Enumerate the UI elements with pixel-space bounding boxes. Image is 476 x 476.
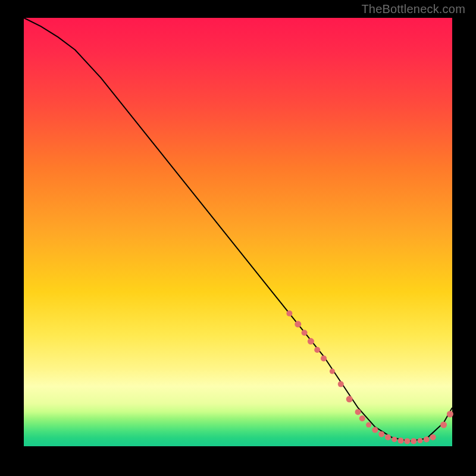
marker-dot xyxy=(330,369,335,374)
marker-dot xyxy=(447,411,453,418)
marker-dot xyxy=(338,381,344,387)
marker-dot xyxy=(372,427,378,433)
marker-layer xyxy=(286,311,453,444)
marker-dot xyxy=(430,434,436,440)
marker-dot xyxy=(359,415,365,421)
plot-svg xyxy=(24,18,452,446)
attribution-label: TheBottleneck.com xyxy=(361,2,465,16)
marker-dot xyxy=(346,396,353,402)
marker-dot xyxy=(411,438,416,444)
marker-dot xyxy=(398,438,404,444)
marker-dot xyxy=(404,438,410,444)
marker-dot xyxy=(366,422,371,428)
plot-area xyxy=(24,18,452,446)
marker-dot xyxy=(286,311,292,317)
marker-dot xyxy=(440,422,447,428)
marker-dot xyxy=(308,338,314,345)
marker-dot xyxy=(392,437,397,442)
marker-dot xyxy=(355,409,361,415)
bottleneck-curve xyxy=(24,18,452,441)
marker-dot xyxy=(302,330,308,336)
chart-frame: TheBottleneck.com xyxy=(0,0,476,476)
marker-dot xyxy=(314,347,320,353)
marker-dot xyxy=(378,431,384,437)
marker-dot xyxy=(418,438,423,443)
marker-dot xyxy=(424,437,430,443)
marker-dot xyxy=(295,321,301,327)
marker-dot xyxy=(385,434,391,440)
marker-dot xyxy=(321,355,327,361)
